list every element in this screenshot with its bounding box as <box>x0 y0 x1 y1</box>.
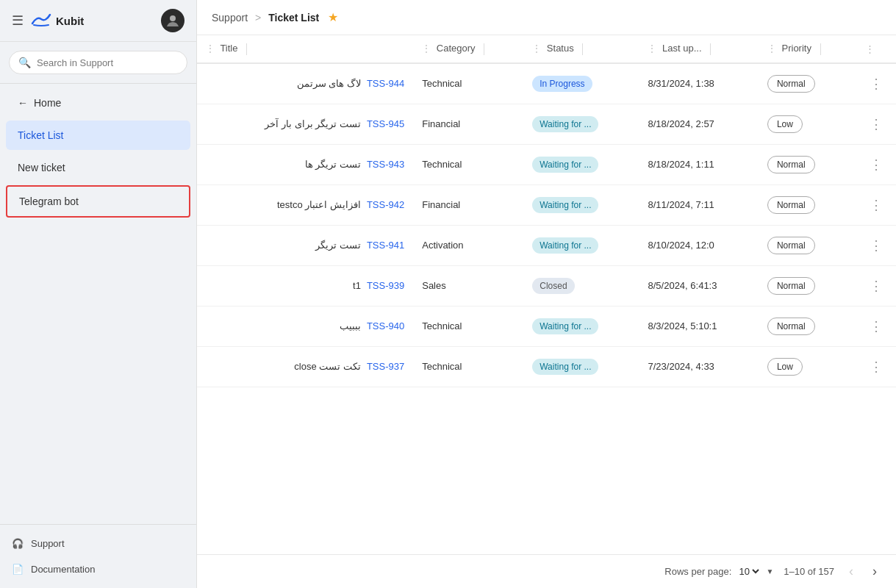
cell-status: Waiting for ... <box>523 144 639 184</box>
cell-last-updated: 8/18/2024, 2:57 <box>639 104 758 144</box>
search-input[interactable] <box>37 57 178 68</box>
ticket-title-text: تست تریگر <box>315 240 361 251</box>
ticket-title-text: تست تریگر برای بار آخر <box>265 118 360 129</box>
category-value: Sales <box>422 280 446 291</box>
favorite-star-icon[interactable]: ★ <box>328 10 338 24</box>
svg-point-1 <box>170 15 176 21</box>
table-row: بببیب TSS-940 TechnicalWaiting for ...8/… <box>197 306 896 346</box>
rows-per-page-select[interactable]: 10 20 50 <box>736 565 761 578</box>
priority-badge: Normal <box>767 318 815 335</box>
sidebar-item-ticket-list[interactable]: Ticket List <box>6 121 190 150</box>
ticket-id-link[interactable]: TSS-942 <box>367 199 404 210</box>
hamburger-icon[interactable]: ☰ <box>12 12 24 29</box>
col-header-last-updated[interactable]: ⋮ Last up... <box>639 35 758 63</box>
sidebar-item-home[interactable]: ← Home <box>6 88 190 118</box>
table-row: تست تریگر ها TSS-943 TechnicalWaiting fo… <box>197 144 896 184</box>
row-more-button[interactable]: ⋮ <box>865 236 887 255</box>
cell-priority: Normal <box>759 63 856 104</box>
col-priority-label: Priority <box>782 43 811 54</box>
sidebar-bottom-support[interactable]: 🎧 Support <box>0 531 196 556</box>
status-badge: Waiting for ... <box>532 197 598 213</box>
ticket-id-link[interactable]: TSS-945 <box>367 118 404 129</box>
col-header-category[interactable]: ⋮ Category <box>413 35 523 63</box>
ticket-id-link[interactable]: TSS-939 <box>367 280 404 291</box>
category-value: Technical <box>422 361 462 372</box>
category-value: Technical <box>422 320 462 331</box>
row-more-button[interactable]: ⋮ <box>865 155 887 174</box>
row-more-button[interactable]: ⋮ <box>865 357 887 376</box>
rows-per-page-label: Rows per page: <box>664 566 731 577</box>
sidebar-item-telegram-bot[interactable]: Telegram bot <box>6 185 190 218</box>
cell-priority: Low <box>759 346 856 387</box>
table-row: لاگ های سرتمن TSS-944 TechnicalIn Progre… <box>197 63 896 104</box>
col-drag-icon: ⋮ <box>422 43 431 54</box>
table-row: تست تریگر TSS-941 ActivationWaiting for … <box>197 225 896 265</box>
main-content: Support > Ticket List ★ ⋮ Title ⋮ Catego… <box>197 0 896 588</box>
pagination-next-button[interactable]: › <box>868 562 881 581</box>
documentation-icon: 📄 <box>12 564 24 575</box>
cell-title: بببیب TSS-940 <box>197 306 413 346</box>
row-more-button[interactable]: ⋮ <box>865 115 887 134</box>
col-header-status[interactable]: ⋮ Status <box>523 35 639 63</box>
category-value: Activation <box>422 240 463 251</box>
status-badge: Waiting for ... <box>532 157 598 173</box>
sidebar-item-label: New ticket <box>18 162 65 173</box>
priority-badge: Normal <box>767 237 815 254</box>
ticket-id-link[interactable]: TSS-940 <box>367 320 404 331</box>
col-separator <box>710 43 711 55</box>
topbar: Support > Ticket List ★ <box>197 0 896 35</box>
cell-status: Waiting for ... <box>523 306 639 346</box>
cell-status: Closed <box>523 265 639 306</box>
cell-actions: ⋮ <box>856 144 896 184</box>
ticket-title-text: تست تریگر ها <box>305 159 361 170</box>
ticket-id-link[interactable]: TSS-941 <box>367 240 404 251</box>
col-status-label: Status <box>547 43 574 54</box>
sidebar-bottom-documentation[interactable]: 📄 Documentation <box>0 556 196 582</box>
row-more-button[interactable]: ⋮ <box>865 196 887 215</box>
status-badge: In Progress <box>532 76 592 92</box>
avatar <box>161 9 184 32</box>
status-badge: Waiting for ... <box>532 116 598 132</box>
status-badge: Waiting for ... <box>532 237 598 254</box>
cell-actions: ⋮ <box>856 63 896 104</box>
table-row: تکت تست close TSS-937 TechnicalWaiting f… <box>197 346 896 387</box>
col-drag-icon: ⋮ <box>648 43 656 54</box>
row-more-button[interactable]: ⋮ <box>865 276 887 295</box>
search-icon: 🔍 <box>18 57 31 68</box>
ticket-id-link[interactable]: TSS-937 <box>367 361 404 372</box>
cell-title: تست تریگر TSS-941 <box>197 225 413 265</box>
cell-last-updated: 8/10/2024, 12:0 <box>639 225 758 265</box>
cell-last-updated: 8/3/2024, 5:10:1 <box>639 306 758 346</box>
pagination-prev-button[interactable]: ‹ <box>845 562 858 581</box>
cell-category: Technical <box>413 306 523 346</box>
divider-1 <box>0 83 196 84</box>
status-badge: Waiting for ... <box>532 318 598 334</box>
col-header-actions: ⋮ <box>856 35 896 63</box>
cell-priority: Normal <box>759 184 856 225</box>
col-separator <box>246 43 247 55</box>
category-value: Technical <box>422 159 462 170</box>
sidebar-item-label: Telegram bot <box>19 196 79 207</box>
cell-actions: ⋮ <box>856 306 896 346</box>
cell-status: In Progress <box>523 63 639 104</box>
row-more-button[interactable]: ⋮ <box>865 317 887 336</box>
cell-actions: ⋮ <box>856 184 896 225</box>
table-header: ⋮ Title ⋮ Category ⋮ Status <box>197 35 896 63</box>
ticket-id-link[interactable]: TSS-943 <box>367 159 404 170</box>
col-drag-icon: ⋮ <box>532 43 541 54</box>
sidebar-item-label: Ticket List <box>18 129 64 141</box>
sidebar-item-new-ticket[interactable]: New ticket <box>6 153 190 182</box>
col-header-title[interactable]: ⋮ Title <box>197 35 413 63</box>
priority-badge: Normal <box>767 196 815 214</box>
ticket-id-link[interactable]: TSS-944 <box>367 78 404 89</box>
col-separator <box>484 43 484 55</box>
cell-priority: Normal <box>759 265 856 306</box>
table-body: لاگ های سرتمن TSS-944 TechnicalIn Progre… <box>197 63 896 387</box>
ticket-title-text: لاگ های سرتمن <box>297 78 361 89</box>
row-more-button[interactable]: ⋮ <box>865 74 887 93</box>
last-updated-value: 8/11/2024, 7:11 <box>648 199 714 210</box>
col-header-priority[interactable]: ⋮ Priority <box>759 35 856 63</box>
col-more-icon[interactable]: ⋮ <box>865 43 875 54</box>
search-box[interactable]: 🔍 <box>9 51 187 74</box>
status-badge: Waiting for ... <box>532 359 598 375</box>
